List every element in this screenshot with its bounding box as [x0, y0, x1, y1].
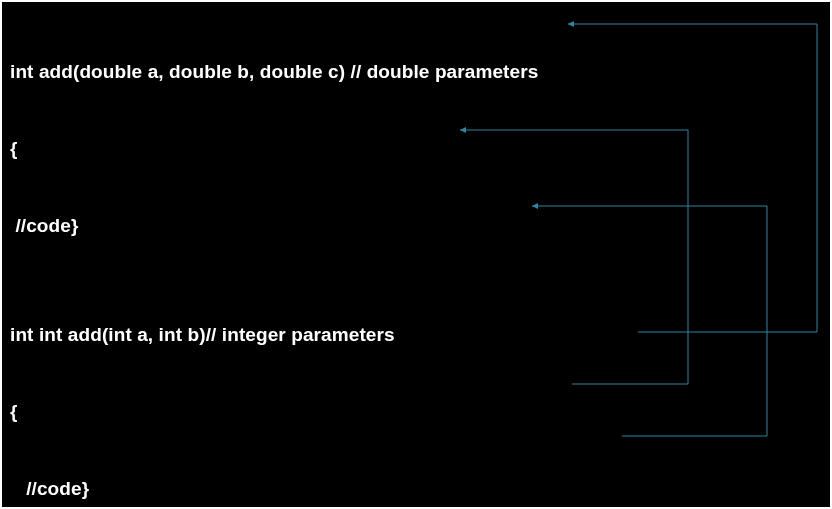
code-diagram-panel: int add(double a, double b, double c) //… — [0, 0, 832, 509]
type-int-outer: int — [10, 324, 39, 345]
decl-double-line: int add(double a, double b, double c) //… — [10, 59, 822, 85]
comment-int: // integer parameters — [206, 324, 395, 345]
type-int-inner: int add(int a, int b) — [39, 324, 206, 345]
decl-int-line: int int add(int a, int b)// integer para… — [10, 322, 822, 348]
code-block: int add(double a, double b, double c) //… — [10, 8, 822, 509]
code-body-int: //code} — [10, 476, 822, 502]
brace-open: { — [10, 136, 822, 162]
code-body-double: //code} — [10, 213, 822, 239]
brace-open-int: { — [10, 399, 822, 425]
